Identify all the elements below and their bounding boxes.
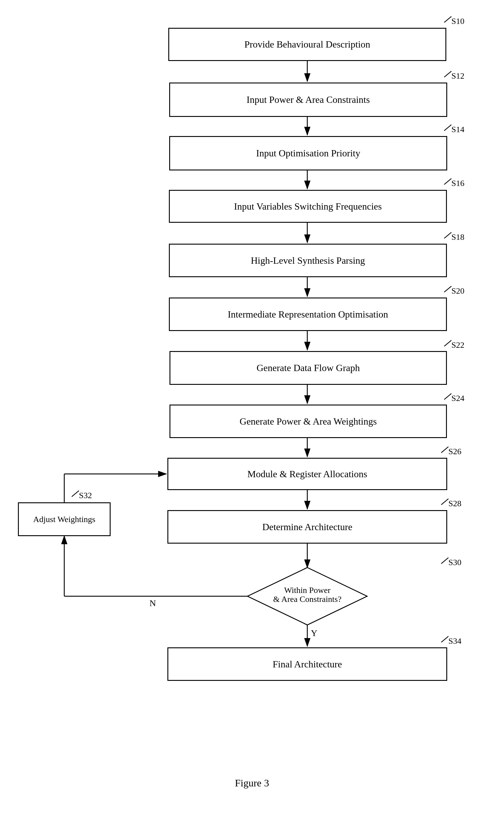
step-label-s26: S26 — [448, 447, 462, 456]
step-s16-label: Input Variables Switching Frequencies — [234, 201, 382, 212]
tick-s18 — [444, 232, 451, 238]
step-s14-label: Input Optimisation Priority — [256, 148, 360, 159]
step-label-s22: S22 — [451, 340, 465, 350]
step-s10: Provide Behavioural Description — [168, 28, 446, 61]
tick-s28 — [441, 499, 448, 505]
flowchart-diagram: Provide Behavioural Description S10 Inpu… — [0, 0, 504, 816]
step-label-s16: S16 — [451, 179, 465, 188]
step-s14: Input Optimisation Priority — [169, 136, 447, 170]
step-label-s28: S28 — [448, 499, 462, 508]
step-label-s34: S34 — [448, 636, 462, 646]
step-s34-label: Final Architecture — [273, 659, 342, 670]
step-s12-label: Input Power & Area Constraints — [247, 94, 370, 105]
step-label-s10: S10 — [451, 16, 465, 26]
figure-caption: Figure 3 — [0, 777, 504, 789]
step-s24: Generate Power & Area Weightings — [169, 405, 447, 438]
step-s28: Determine Architecture — [167, 510, 447, 544]
step-s16: Input Variables Switching Frequencies — [169, 190, 447, 223]
step-s28-label: Determine Architecture — [262, 521, 352, 533]
step-label-s20: S20 — [451, 286, 465, 296]
step-label-s30: S30 — [448, 558, 462, 567]
step-label-s12: S12 — [451, 71, 465, 81]
tick-s34 — [441, 636, 448, 642]
svg-text:Within Power: Within Power — [284, 585, 331, 595]
step-s26-label: Module & Register Allocations — [248, 469, 367, 480]
step-s32-label: Adjust Weightings — [33, 515, 95, 524]
step-s22-label: Generate Data Flow Graph — [256, 362, 360, 373]
n-label: N — [149, 598, 156, 608]
step-s12: Input Power & Area Constraints — [169, 83, 447, 117]
decision-diamond-s30: Within Power & Area Constraints? — [248, 568, 367, 627]
tick-s20 — [444, 286, 451, 292]
step-s18-label: High-Level Synthesis Parsing — [251, 255, 365, 266]
step-s34: Final Architecture — [167, 647, 447, 681]
tick-s30 — [441, 558, 448, 564]
y-label: Y — [311, 628, 317, 638]
tick-s12 — [444, 71, 451, 77]
step-s24-label: Generate Power & Area Weightings — [240, 416, 377, 427]
tick-s16 — [444, 179, 451, 184]
tick-s24 — [444, 393, 451, 399]
tick-s26 — [441, 447, 448, 453]
tick-s32 — [72, 491, 79, 497]
step-label-s18: S18 — [451, 232, 465, 242]
step-s22: Generate Data Flow Graph — [169, 351, 447, 385]
svg-text:& Area Constraints?: & Area Constraints? — [273, 594, 342, 604]
step-s32: Adjust Weightings — [18, 502, 111, 536]
step-s20: Intermediate Representation Optimisation — [169, 298, 447, 331]
step-label-s14: S14 — [451, 125, 465, 134]
step-label-s24: S24 — [451, 393, 465, 403]
step-s10-label: Provide Behavioural Description — [244, 39, 370, 50]
step-s18: High-Level Synthesis Parsing — [169, 244, 447, 277]
step-label-s32: S32 — [79, 491, 92, 500]
tick-s10 — [444, 16, 451, 22]
tick-s14 — [444, 125, 451, 131]
step-s20-label: Intermediate Representation Optimisation — [228, 309, 388, 320]
step-s26: Module & Register Allocations — [167, 458, 447, 490]
tick-s22 — [444, 340, 451, 346]
